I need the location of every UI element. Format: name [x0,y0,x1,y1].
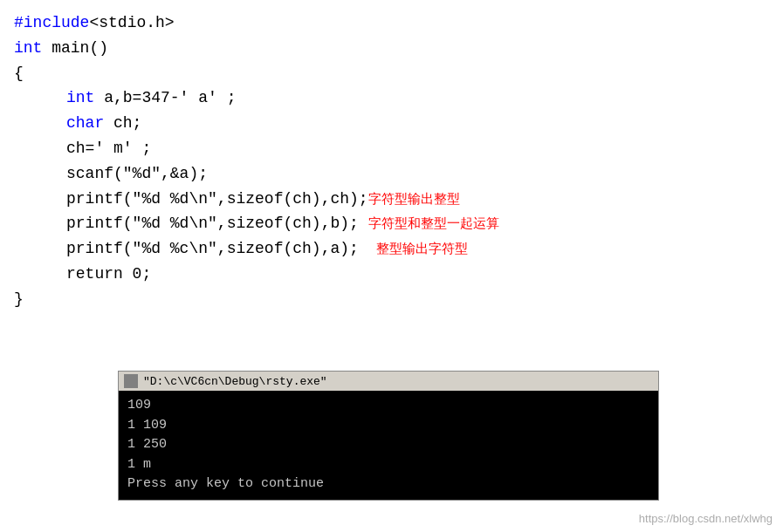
comment-3: 整型输出字符型 [368,242,468,257]
terminal-titlebar: "D:\c\VC6cn\Debug\rsty.exe" [119,372,658,391]
char-decl: ch; [104,114,141,132]
int-keyword: int [14,39,42,57]
terminal-line-5: Press any key to continue [127,474,649,494]
code-line-12: } [14,287,769,312]
terminal-line-2: 1 109 [127,416,649,436]
printf-call-3: printf("%d %c\n",sizeof(ch),a); [66,240,368,257]
int-keyword-2: int [66,89,94,106]
char-keyword: char [66,114,104,132]
terminal-title: "D:\c\VC6cn\Debug\rsty.exe" [143,375,327,388]
code-line-11: return 0; [14,262,769,287]
comment-2: 字符型和整型一起运算 [368,217,499,232]
terminal-body: 109 1 109 1 250 1 m Press any key to con… [119,391,658,500]
scanf-call: scanf("%d",&a); [66,165,208,182]
code-line-6: ch=' m' ; [14,136,769,161]
return-stmt: return 0; [66,265,151,283]
terminal-line-3: 1 250 [127,435,649,455]
code-line-9: printf("%d %d\n",sizeof(ch),b); 字符型和整型一起… [14,211,769,236]
terminal-window: "D:\c\VC6cn\Debug\rsty.exe" 109 1 109 1 … [118,371,659,501]
terminal-icon [124,374,138,388]
code-line-10: printf("%d %c\n",sizeof(ch),a); 整型输出字符型 [14,236,769,262]
close-brace: } [14,290,24,308]
terminal-line-1: 109 [127,396,649,416]
terminal-line-4: 1 m [127,455,649,475]
include-keyword: #include [14,14,89,31]
printf-call-2: printf("%d %d\n",sizeof(ch),b); [66,215,368,232]
var-decl: a,b=347-' a' ; [94,89,236,106]
code-line-7: scanf("%d",&a); [14,161,769,187]
code-line-4: int a,b=347-' a' ; [14,85,769,111]
main-decl: main() [42,39,108,57]
watermark: https://blog.csdn.net/xlwhg [639,512,773,525]
code-area: #include<stdio.h> int main() { int a,b=3… [0,0,783,532]
code-line-2: int main() [14,36,769,61]
ch-assign: ch=' m' ; [66,140,151,157]
include-file: <stdio.h> [89,14,174,31]
code-line-8: printf("%d %d\n",sizeof(ch),ch);字符型输出整型 [14,187,769,212]
code-line-5: char ch; [14,111,769,136]
code-line-3: { [14,61,769,86]
comment-1: 字符型输出整型 [368,193,460,208]
open-brace: { [14,65,24,82]
code-line-1: #include<stdio.h> [14,10,769,36]
printf-call-1: printf("%d %d\n",sizeof(ch),ch); [66,190,368,208]
